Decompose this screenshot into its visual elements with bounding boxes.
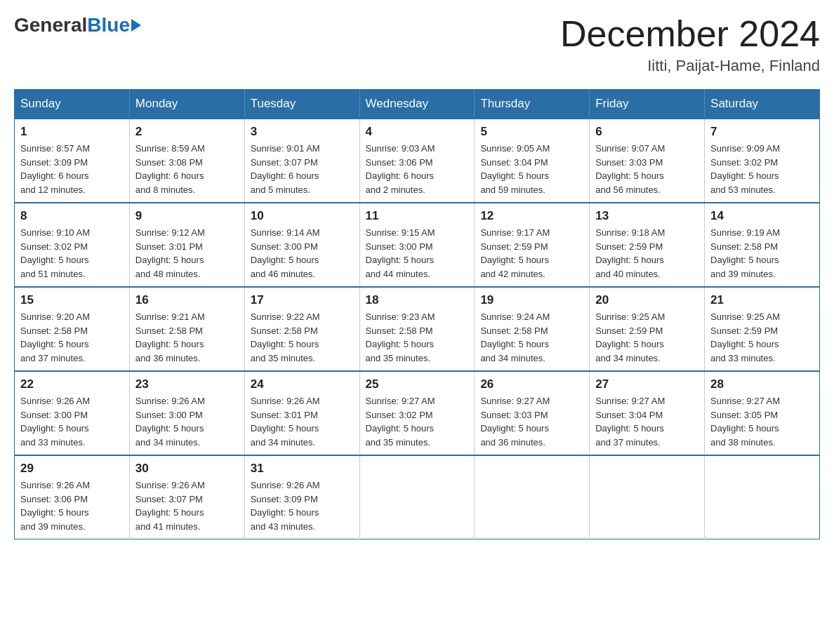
day-number: 25 [366,377,469,391]
day-number: 3 [251,125,354,139]
calendar-cell: 3Sunrise: 9:01 AMSunset: 3:07 PMDaylight… [244,119,359,203]
day-number: 7 [710,125,814,139]
day-info: Sunrise: 9:26 AMSunset: 3:06 PMDaylight:… [20,478,124,533]
day-info: Sunrise: 9:14 AMSunset: 3:00 PMDaylight:… [251,226,354,281]
calendar-cell: 21Sunrise: 9:25 AMSunset: 2:59 PMDayligh… [705,287,820,371]
calendar-cell: 29Sunrise: 9:26 AMSunset: 3:06 PMDayligh… [15,455,130,539]
day-info: Sunrise: 9:26 AMSunset: 3:09 PMDaylight:… [251,478,354,533]
calendar-header: SundayMondayTuesdayWednesdayThursdayFrid… [15,90,820,119]
day-info: Sunrise: 9:17 AMSunset: 2:59 PMDaylight:… [480,226,583,281]
day-info: Sunrise: 9:23 AMSunset: 2:58 PMDaylight:… [366,310,469,365]
day-number: 5 [480,125,583,139]
day-number: 17 [251,293,354,307]
weekday-header-friday: Friday [590,90,705,119]
day-number: 29 [20,462,124,476]
logo: General Blue [14,14,141,36]
day-info: Sunrise: 9:26 AMSunset: 3:07 PMDaylight:… [135,478,239,533]
calendar-cell: 10Sunrise: 9:14 AMSunset: 3:00 PMDayligh… [244,203,359,287]
day-number: 20 [595,293,699,307]
calendar-cell: 20Sunrise: 9:25 AMSunset: 2:59 PMDayligh… [590,287,705,371]
day-info: Sunrise: 9:01 AMSunset: 3:07 PMDaylight:… [251,142,354,196]
day-number: 24 [251,377,354,391]
calendar-cell: 24Sunrise: 9:26 AMSunset: 3:01 PMDayligh… [244,371,359,455]
day-number: 15 [20,293,124,307]
day-number: 6 [595,125,699,139]
calendar-cell: 4Sunrise: 9:03 AMSunset: 3:06 PMDaylight… [359,119,475,203]
day-info: Sunrise: 8:57 AMSunset: 3:09 PMDaylight:… [20,142,124,196]
calendar-cell [705,455,820,539]
logo-area: General Blue [14,14,141,36]
day-number: 21 [710,293,814,307]
day-info: Sunrise: 9:09 AMSunset: 3:02 PMDaylight:… [710,142,814,196]
day-info: Sunrise: 9:27 AMSunset: 3:05 PMDaylight:… [710,394,814,449]
day-info: Sunrise: 9:21 AMSunset: 2:58 PMDaylight:… [135,310,239,365]
day-info: Sunrise: 9:26 AMSunset: 3:00 PMDaylight:… [135,394,239,449]
day-number: 10 [251,209,354,223]
calendar-cell: 6Sunrise: 9:07 AMSunset: 3:03 PMDaylight… [590,119,705,203]
day-number: 9 [135,209,239,223]
day-number: 23 [135,377,239,391]
calendar-cell: 17Sunrise: 9:22 AMSunset: 2:58 PMDayligh… [244,287,359,371]
logo-arrow-icon [131,19,141,32]
day-number: 2 [135,125,239,139]
weekday-header-wednesday: Wednesday [359,90,475,119]
calendar-cell: 11Sunrise: 9:15 AMSunset: 3:00 PMDayligh… [359,203,475,287]
day-info: Sunrise: 9:26 AMSunset: 3:01 PMDaylight:… [251,394,354,449]
calendar-cell: 13Sunrise: 9:18 AMSunset: 2:59 PMDayligh… [590,203,705,287]
logo-blue-text: Blue [87,14,130,36]
day-info: Sunrise: 9:24 AMSunset: 2:58 PMDaylight:… [480,310,583,365]
calendar-cell: 12Sunrise: 9:17 AMSunset: 2:59 PMDayligh… [475,203,590,287]
day-number: 22 [20,377,124,391]
day-number: 31 [251,462,354,476]
calendar-cell [590,455,705,539]
day-info: Sunrise: 9:19 AMSunset: 2:58 PMDaylight:… [710,226,814,281]
calendar-cell: 8Sunrise: 9:10 AMSunset: 3:02 PMDaylight… [15,203,130,287]
day-info: Sunrise: 8:59 AMSunset: 3:08 PMDaylight:… [135,142,239,196]
day-info: Sunrise: 9:03 AMSunset: 3:06 PMDaylight:… [366,142,469,196]
logo-blue-part: Blue [87,14,141,36]
day-info: Sunrise: 9:12 AMSunset: 3:01 PMDaylight:… [135,226,239,281]
day-info: Sunrise: 9:15 AMSunset: 3:00 PMDaylight:… [366,226,469,281]
day-number: 14 [710,209,814,223]
calendar-week-row: 29Sunrise: 9:26 AMSunset: 3:06 PMDayligh… [15,455,820,539]
weekday-header-monday: Monday [129,90,244,119]
day-number: 26 [480,377,583,391]
day-number: 30 [135,462,239,476]
calendar-week-row: 8Sunrise: 9:10 AMSunset: 3:02 PMDaylight… [15,203,820,287]
calendar-cell: 22Sunrise: 9:26 AMSunset: 3:00 PMDayligh… [15,371,130,455]
day-info: Sunrise: 9:25 AMSunset: 2:59 PMDaylight:… [595,310,699,365]
day-info: Sunrise: 9:25 AMSunset: 2:59 PMDaylight:… [710,310,814,365]
calendar-cell: 28Sunrise: 9:27 AMSunset: 3:05 PMDayligh… [705,371,820,455]
calendar-cell: 23Sunrise: 9:26 AMSunset: 3:00 PMDayligh… [129,371,244,455]
day-info: Sunrise: 9:18 AMSunset: 2:59 PMDaylight:… [595,226,699,281]
day-number: 1 [20,125,124,139]
calendar-table: SundayMondayTuesdayWednesdayThursdayFrid… [14,89,820,539]
calendar-cell: 25Sunrise: 9:27 AMSunset: 3:02 PMDayligh… [359,371,475,455]
weekday-header-sunday: Sunday [15,90,130,119]
day-number: 4 [366,125,469,139]
calendar-cell: 19Sunrise: 9:24 AMSunset: 2:58 PMDayligh… [475,287,590,371]
calendar-cell: 27Sunrise: 9:27 AMSunset: 3:04 PMDayligh… [590,371,705,455]
calendar-cell: 14Sunrise: 9:19 AMSunset: 2:58 PMDayligh… [705,203,820,287]
day-number: 18 [366,293,469,307]
calendar-body: 1Sunrise: 8:57 AMSunset: 3:09 PMDaylight… [15,119,820,539]
day-info: Sunrise: 9:10 AMSunset: 3:02 PMDaylight:… [20,226,124,281]
calendar-cell [359,455,475,539]
calendar-cell: 5Sunrise: 9:05 AMSunset: 3:04 PMDaylight… [475,119,590,203]
calendar-week-row: 15Sunrise: 9:20 AMSunset: 2:58 PMDayligh… [15,287,820,371]
calendar-cell: 18Sunrise: 9:23 AMSunset: 2:58 PMDayligh… [359,287,475,371]
day-number: 27 [595,377,699,391]
day-info: Sunrise: 9:27 AMSunset: 3:04 PMDaylight:… [595,394,699,449]
calendar-cell: 30Sunrise: 9:26 AMSunset: 3:07 PMDayligh… [129,455,244,539]
calendar-cell: 16Sunrise: 9:21 AMSunset: 2:58 PMDayligh… [129,287,244,371]
day-number: 13 [595,209,699,223]
day-info: Sunrise: 9:27 AMSunset: 3:02 PMDaylight:… [366,394,469,449]
header: General Blue December 2024 Iitti, Paijat… [14,14,820,75]
day-number: 28 [710,377,814,391]
month-year-title: December 2024 [560,14,820,54]
calendar-cell: 9Sunrise: 9:12 AMSunset: 3:01 PMDaylight… [129,203,244,287]
calendar-cell: 31Sunrise: 9:26 AMSunset: 3:09 PMDayligh… [244,455,359,539]
weekday-header-saturday: Saturday [705,90,820,119]
calendar-cell [475,455,590,539]
day-number: 11 [366,209,469,223]
